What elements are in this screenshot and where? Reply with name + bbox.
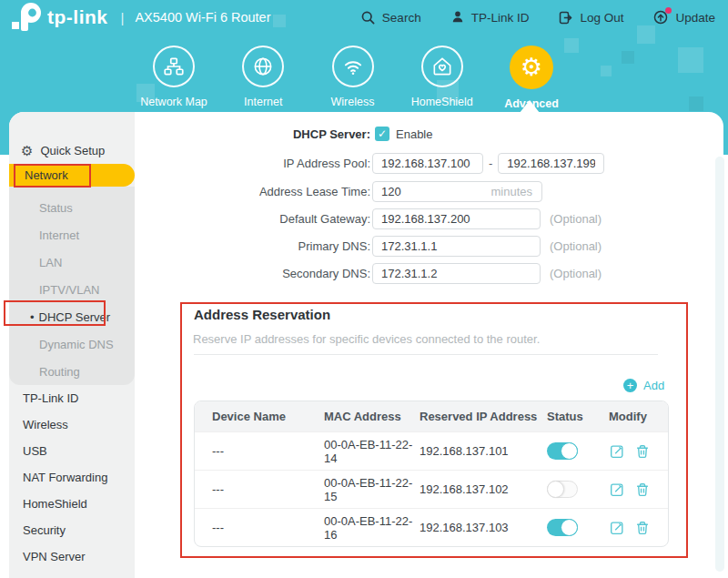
deco-square: [689, 96, 703, 111]
section-divider: [194, 354, 658, 355]
dhcp-enable-row: DHCP Server: ✓ Enable: [9, 123, 723, 145]
brand: tp-link | AX5400 Wi-Fi 6 Router: [9, 2, 271, 33]
col-status: Status: [547, 410, 609, 423]
sidebar-item-homeshield[interactable]: HomeShield: [9, 491, 135, 517]
update-notification-dot: [665, 7, 672, 14]
dhcp-server-label: DHCP Server: [39, 310, 111, 324]
nav-label: Network Map: [140, 96, 207, 108]
table-row: --- 00-0A-EB-11-22-16 192.168.137.103: [195, 508, 668, 546]
section-title: Address Reservation: [194, 307, 330, 322]
sidebar-item-tplink-id[interactable]: TP-Link ID: [9, 385, 135, 411]
deco-square: [601, 66, 612, 76]
gateway-row: Default Gateway: (Optional): [9, 208, 723, 229]
gear-glyph: ⚙: [521, 56, 542, 80]
status-toggle[interactable]: [547, 519, 578, 536]
edit-button[interactable]: [609, 520, 625, 536]
cell-device-name: ---: [212, 521, 324, 534]
edit-button[interactable]: [609, 482, 625, 498]
ip-pool-end-input[interactable]: [498, 153, 604, 174]
status-toggle[interactable]: [547, 481, 578, 498]
content-panel: ⚙ Quick Setup Network Status Internet LA…: [9, 112, 723, 578]
top-menu: Search TP-Link ID Log Out: [360, 0, 715, 35]
sidebar-item-routing[interactable]: Routing: [9, 358, 135, 385]
ip-pool-start-input[interactable]: [372, 153, 483, 174]
nav-internet[interactable]: Internet: [221, 46, 305, 110]
brand-name: tp-link: [47, 6, 108, 28]
search-button[interactable]: Search: [360, 10, 421, 25]
update-button[interactable]: Update: [652, 9, 715, 25]
col-mac-address: MAC Address: [324, 410, 420, 423]
gateway-label: Default Gateway:: [179, 212, 370, 226]
optional-hint: (Optional): [550, 239, 602, 253]
toggle-knob: [561, 442, 578, 460]
status-toggle[interactable]: [547, 442, 578, 460]
main-nav: Network Map Internet Wireless: [132, 46, 573, 110]
active-tab-pointer: [520, 100, 540, 113]
col-modify: Modify: [609, 410, 668, 423]
add-button[interactable]: + Add: [623, 379, 664, 392]
sidebar-item-vpn-server[interactable]: VPN Server: [9, 543, 135, 570]
plus-icon: +: [623, 379, 637, 392]
delete-button[interactable]: [634, 520, 651, 536]
user-icon: [450, 10, 465, 25]
cell-mac-address: 00-0A-EB-11-22-16: [324, 514, 420, 542]
dhcp-server-field-label: DHCP Server:: [179, 127, 370, 141]
primary-dns-input[interactable]: [372, 236, 541, 257]
tplink-id-button[interactable]: TP-Link ID: [450, 10, 530, 25]
delete-button[interactable]: [634, 482, 651, 498]
sidebar-item-dynamic-dns[interactable]: Dynamic DNS: [9, 330, 135, 358]
wifi-icon: [332, 46, 374, 87]
section-description: Reserve IP addresses for specific device…: [193, 332, 540, 346]
cell-device-name: ---: [212, 482, 324, 496]
cell-reserved-ip: 192.168.137.102: [420, 482, 547, 496]
cell-mac-address: 00-0A-EB-11-22-15: [324, 476, 420, 503]
lease-time-row: Address Lease Time: minutes: [9, 180, 723, 202]
table-header-row: Device Name MAC Address Reserved IP Addr…: [195, 401, 668, 431]
logout-button[interactable]: Log Out: [558, 10, 623, 25]
tplink-id-label: TP-Link ID: [471, 11, 530, 25]
toggle-knob: [561, 519, 578, 536]
active-bullet: •: [30, 310, 35, 324]
sidebar-item-usb[interactable]: USB: [9, 438, 135, 464]
sidebar-item-nat-forwarding[interactable]: NAT Forwarding: [9, 464, 135, 491]
logout-label: Log Out: [580, 11, 623, 25]
pool-dash: -: [489, 157, 492, 170]
optional-hint: (Optional): [550, 212, 602, 226]
nav-label: Wireless: [331, 96, 375, 108]
sidebar-item-security[interactable]: Security: [9, 517, 135, 543]
nav-network-map[interactable]: Network Map: [132, 46, 216, 110]
cell-reserved-ip: 192.168.137.103: [420, 521, 547, 534]
col-device-name: Device Name: [212, 410, 324, 423]
table-row: --- 00-0A-EB-11-22-15 192.168.137.102: [195, 470, 668, 508]
product-name: AX5400 Wi-Fi 6 Router: [135, 10, 270, 25]
advanced-gear-icon: ⚙: [510, 46, 553, 89]
deco-square: [678, 47, 703, 73]
lease-time-input[interactable]: [372, 181, 542, 202]
scrollbar-track[interactable]: [715, 157, 724, 572]
deco-square: [622, 51, 634, 64]
cell-device-name: ---: [212, 444, 324, 458]
secondary-dns-input[interactable]: [372, 263, 541, 284]
sidebar-item-dhcp-server[interactable]: • DHCP Server: [9, 303, 135, 330]
edit-button[interactable]: [609, 443, 625, 460]
network-map-icon: [153, 46, 195, 87]
col-reserved-ip: Reserved IP Address: [420, 410, 547, 423]
internet-globe-icon: [242, 46, 284, 87]
gateway-input[interactable]: [372, 208, 541, 229]
nav-label: HomeShield: [411, 96, 473, 108]
search-label: Search: [382, 11, 421, 25]
nav-homeshield[interactable]: HomeShield: [400, 46, 484, 110]
cell-reserved-ip: 192.168.137.101: [420, 444, 547, 458]
nav-wireless[interactable]: Wireless: [311, 46, 395, 110]
primary-dns-row: Primary DNS: (Optional): [9, 235, 723, 257]
logout-icon: [558, 10, 573, 25]
sidebar-item-wireless[interactable]: Wireless: [9, 411, 135, 438]
ip-pool-row: IP Address Pool: -: [9, 152, 723, 174]
search-icon: [360, 10, 376, 25]
enable-checkbox[interactable]: ✓: [375, 127, 389, 141]
tplink-logo-icon: [9, 2, 44, 33]
lease-time-label: Address Lease Time:: [179, 185, 370, 198]
delete-button[interactable]: [634, 443, 651, 460]
add-label: Add: [643, 379, 664, 392]
brand-separator: |: [121, 10, 125, 25]
